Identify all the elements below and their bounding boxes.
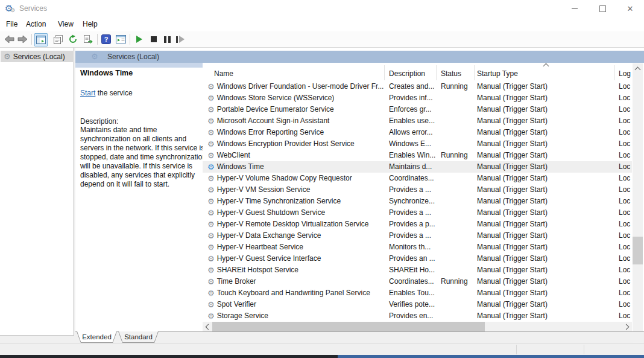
status-bar-separator: [516, 345, 517, 354]
stop-service-button[interactable]: [148, 33, 160, 45]
service-startup-type-cell: Manual (Trigger Start): [475, 161, 615, 173]
service-row[interactable]: ⚙ Windows Error Reporting Service Allows…: [203, 127, 632, 138]
vertical-scrollbar[interactable]: [633, 63, 643, 358]
service-row[interactable]: ⚙ Microsoft Account Sign-in Assistant En…: [203, 115, 632, 127]
vertical-scrollbar-thumb[interactable]: [633, 237, 643, 264]
column-header-name[interactable]: Name: [203, 65, 385, 80]
service-log-on-as-cell: Loc: [615, 81, 632, 92]
service-gear-icon: ⚙: [207, 83, 215, 91]
service-row[interactable]: ⚙ Hyper-V Data Exchange Service Provides…: [203, 230, 632, 241]
services-node-icon: ⚙: [4, 53, 11, 60]
menu-help[interactable]: Help: [83, 20, 98, 28]
tab-standard[interactable]: Standard: [118, 331, 159, 343]
service-status-cell: [437, 241, 475, 253]
service-gear-icon: ⚙: [207, 174, 215, 182]
service-name: Hyper-V Remote Desktop Virtualization Se…: [217, 219, 369, 230]
service-name-cell: ⚙ Microsoft Account Sign-in Assistant: [203, 115, 385, 127]
service-row[interactable]: ⚙ Hyper-V Guest Service Interface Provid…: [203, 253, 632, 264]
service-row[interactable]: ⚙ Storage Service Provides en... Manual …: [203, 310, 632, 322]
service-status-cell: [437, 253, 475, 264]
service-row[interactable]: ⚙ Windows Store Service (WSService) Prov…: [203, 92, 632, 104]
service-row[interactable]: ⚙ Time Broker Coordinates... Running Man…: [203, 276, 632, 287]
service-description-cell: Monitors th...: [385, 241, 437, 253]
service-name-cell: ⚙ Hyper-V Guest Service Interface: [203, 253, 385, 264]
service-startup-type-cell: Manual (Trigger Start): [475, 184, 615, 196]
service-gear-icon: ⚙: [207, 152, 215, 159]
status-bar: [0, 343, 644, 355]
service-log-on-as-cell: Loc: [615, 219, 632, 230]
console-tree-pane: ⚙ Services (Local): [0, 48, 74, 336]
service-startup-type-cell: Manual (Trigger Start): [475, 207, 615, 219]
refresh-icon: [68, 34, 78, 44]
close-button[interactable]: ✕: [616, 0, 644, 17]
service-row[interactable]: ⚙ Windows Time Maintains d... Manual (Tr…: [203, 161, 632, 173]
service-name: Storage Service: [217, 310, 268, 322]
service-row[interactable]: ⚙ SHAREit Hotspot Service SHAREit Ho... …: [203, 264, 632, 276]
bottom-edge-strip: [0, 355, 644, 358]
maximize-icon: [599, 5, 606, 12]
tree-item-services-local[interactable]: ⚙ Services (Local): [1, 51, 73, 62]
menu-file[interactable]: File: [6, 20, 17, 28]
scroll-up-button[interactable]: [633, 63, 643, 74]
service-row[interactable]: ⚙ Windows Driver Foundation - User-mode …: [203, 81, 632, 92]
service-startup-type-cell: Manual (Trigger Start): [475, 287, 615, 299]
column-header-status[interactable]: Status: [437, 65, 475, 80]
maximize-button[interactable]: [589, 0, 616, 17]
description-text: Maintains date and time synchronization …: [80, 126, 207, 189]
service-description-cell: Allows error...: [385, 127, 437, 138]
toolbar-separator: [31, 34, 32, 45]
service-name: Windows Store Service (WSService): [217, 92, 335, 104]
menu-action[interactable]: Action: [26, 20, 46, 28]
horizontal-scrollbar[interactable]: [203, 322, 632, 331]
service-row[interactable]: ⚙ Hyper-V VM Session Service Provides a …: [203, 184, 632, 196]
service-name: Hyper-V Heartbeat Service: [217, 241, 303, 253]
service-description-cell: Coordinates...: [385, 173, 437, 184]
service-startup-type-cell: Manual (Trigger Start): [475, 276, 615, 287]
show-action-pane-button[interactable]: [115, 33, 127, 45]
service-row[interactable]: ⚙ Portable Device Enumerator Service Enf…: [203, 104, 632, 115]
service-gear-icon: ⚙: [207, 197, 215, 205]
scroll-right-button[interactable]: [622, 322, 632, 331]
service-name-cell: ⚙ Touch Keyboard and Handwriting Panel S…: [203, 287, 385, 299]
service-row[interactable]: ⚙ Hyper-V Time Synchronization Service S…: [203, 196, 632, 207]
service-row[interactable]: ⚙ Touch Keyboard and Handwriting Panel S…: [203, 287, 632, 299]
service-row[interactable]: ⚙ WebClient Enables Win... Running Manua…: [203, 150, 632, 161]
services-app-icon: ⚙⚙: [5, 3, 13, 14]
export-list-button[interactable]: [82, 33, 94, 45]
help-button[interactable]: ?: [100, 33, 112, 45]
pause-service-button[interactable]: [161, 33, 173, 45]
tab-extended[interactable]: Extended: [77, 331, 117, 343]
service-row[interactable]: ⚙ Hyper-V Heartbeat Service Monitors th.…: [203, 241, 632, 253]
service-name-cell: ⚙ Time Broker: [203, 276, 385, 287]
column-header-log-on-as[interactable]: Log: [615, 65, 632, 80]
service-description-cell: SHAREit Ho...: [385, 264, 437, 276]
start-service-button[interactable]: [133, 33, 145, 45]
service-row[interactable]: ⚙ Hyper-V Volume Shadow Copy Requestor C…: [203, 173, 632, 184]
service-log-on-as-cell: Loc: [615, 310, 632, 322]
service-gear-icon: ⚙: [207, 186, 215, 194]
show-console-tree-button[interactable]: [34, 33, 48, 46]
restart-service-button[interactable]: [174, 33, 186, 45]
menu-view[interactable]: View: [58, 20, 74, 28]
service-name: Windows Error Reporting Service: [217, 127, 324, 138]
service-row[interactable]: ⚙ Hyper-V Remote Desktop Virtualization …: [203, 219, 632, 230]
back-button[interactable]: [3, 33, 15, 45]
service-action-line: Start the service: [80, 89, 133, 97]
column-header-description[interactable]: Description: [385, 65, 437, 80]
forward-button[interactable]: [16, 33, 28, 45]
service-startup-type-cell: Manual (Trigger Start): [475, 219, 615, 230]
chevron-right-icon: [623, 324, 630, 330]
horizontal-scrollbar-thumb[interactable]: [212, 322, 485, 331]
service-row[interactable]: ⚙ Windows Encryption Provider Host Servi…: [203, 138, 632, 150]
service-row[interactable]: ⚙ Spot Verifier Verifies pote... Manual …: [203, 299, 632, 310]
minimize-button[interactable]: [561, 0, 589, 17]
service-gear-icon: ⚙: [207, 140, 215, 148]
service-name: Hyper-V VM Session Service: [217, 184, 311, 196]
banner-title: Services (Local): [107, 53, 159, 61]
start-service-link[interactable]: Start: [80, 89, 95, 97]
properties-button[interactable]: [52, 33, 64, 45]
scroll-left-button[interactable]: [203, 322, 212, 331]
chevron-left-icon: [206, 324, 212, 330]
refresh-button[interactable]: [67, 33, 79, 45]
service-row[interactable]: ⚙ Hyper-V Guest Shutdown Service Provide…: [203, 207, 632, 219]
